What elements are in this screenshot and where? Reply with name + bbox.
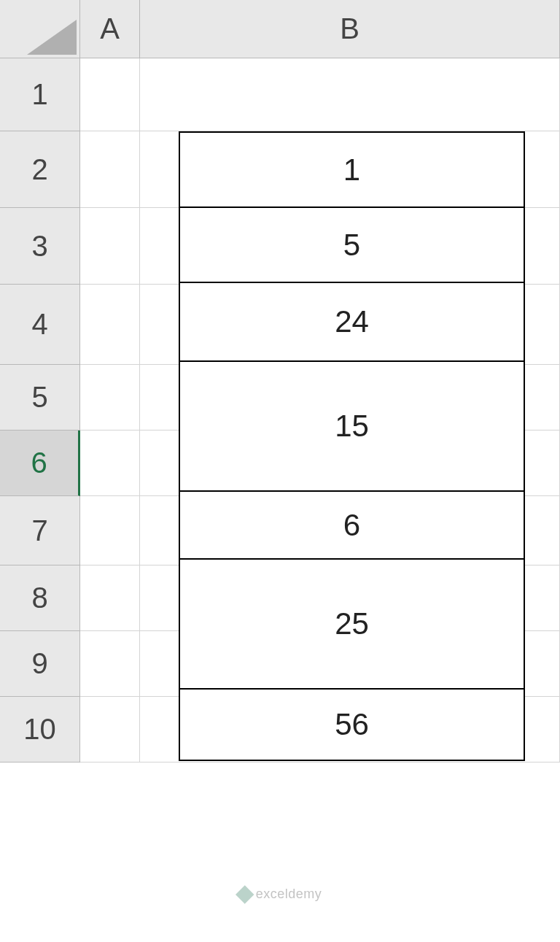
data-cell-B2[interactable]: 1 bbox=[179, 131, 525, 208]
row-header-8[interactable]: 8 bbox=[0, 565, 80, 631]
data-cell-B4[interactable]: 24 bbox=[179, 282, 525, 362]
column-header-A[interactable]: A bbox=[80, 0, 140, 58]
cell-A10[interactable] bbox=[80, 697, 140, 763]
row-header-9[interactable]: 9 bbox=[0, 631, 80, 697]
row-header-3[interactable]: 3 bbox=[0, 208, 80, 285]
row-header-4[interactable]: 4 bbox=[0, 285, 80, 365]
watermark: exceldemy bbox=[238, 887, 322, 902]
cell-B1[interactable] bbox=[140, 58, 560, 131]
row-header-6[interactable]: 6 bbox=[0, 431, 80, 496]
cell-A5[interactable] bbox=[80, 365, 140, 431]
row-header-1[interactable]: 1 bbox=[0, 58, 80, 131]
watermark-icon bbox=[236, 885, 254, 903]
data-cell-B8[interactable]: 56 bbox=[179, 688, 525, 761]
row-header-7[interactable]: 7 bbox=[0, 496, 80, 565]
cell-A8[interactable] bbox=[80, 565, 140, 631]
data-cell-B6[interactable]: 6 bbox=[179, 490, 525, 560]
watermark-text: exceldemy bbox=[256, 887, 322, 902]
cell-A7[interactable] bbox=[80, 496, 140, 565]
select-all-corner[interactable] bbox=[0, 0, 80, 58]
row-header-5[interactable]: 5 bbox=[0, 365, 80, 431]
cell-A2[interactable] bbox=[80, 131, 140, 208]
bordered-data-range: 15241562556 bbox=[179, 131, 525, 760]
cell-A6[interactable] bbox=[80, 431, 140, 496]
row-header-2[interactable]: 2 bbox=[0, 131, 80, 208]
data-cell-B7[interactable]: 25 bbox=[179, 558, 525, 690]
data-cell-B5[interactable]: 15 bbox=[179, 360, 525, 492]
cell-A1[interactable] bbox=[80, 58, 140, 131]
cell-A4[interactable] bbox=[80, 285, 140, 365]
cell-A9[interactable] bbox=[80, 631, 140, 697]
cell-A3[interactable] bbox=[80, 208, 140, 285]
data-cell-B3[interactable]: 5 bbox=[179, 206, 525, 283]
row-header-10[interactable]: 10 bbox=[0, 697, 80, 763]
column-header-B[interactable]: B bbox=[140, 0, 560, 58]
